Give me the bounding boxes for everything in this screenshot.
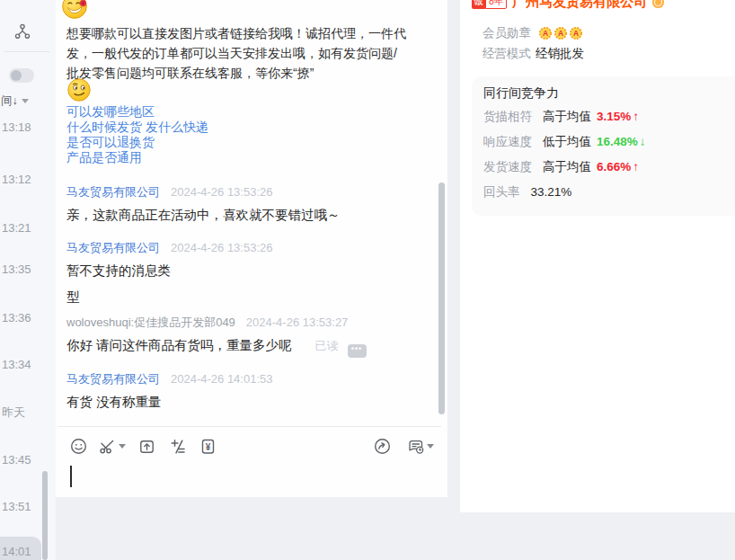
message-sender[interactable]: 马友贸易有限公司 — [66, 185, 160, 199]
svg-text:A: A — [558, 29, 563, 38]
svg-text:¥: ¥ — [206, 442, 211, 452]
metric-label: 发货速度 — [483, 160, 532, 173]
conversation-item[interactable]: 13:21 — [2, 221, 43, 237]
chat-bottom-spacer — [56, 497, 447, 560]
conversation-time: 13:51 — [2, 500, 31, 513]
welcome-line: 发，一般代发的订单都可以当天安排发出哦，如有发货问题/ — [66, 43, 406, 63]
conversation-time: 13:34 — [2, 358, 31, 371]
chat-scrollbar[interactable] — [438, 182, 445, 414]
price-quote-icon[interactable] — [169, 438, 186, 455]
history-caret-icon[interactable] — [427, 444, 434, 449]
business-model-label: 经营模式 — [483, 46, 531, 62]
chat-message: 马友贸易有限公司2024-4-26 14:01:53有货 没有称重量 — [66, 371, 272, 412]
member-medals: A A A — [538, 26, 583, 40]
credit-badge-years: 8年 — [485, 0, 507, 9]
message-line: 暂不支持的消息类 — [66, 261, 272, 280]
quick-question-link[interactable]: 是否可以退换货 — [66, 135, 208, 150]
message-timestamp: 2024-4-26 13:53:27 — [246, 316, 348, 329]
metric-row: 回头率33.21% — [483, 184, 571, 200]
conversation-item[interactable]: 13:34 — [2, 358, 43, 374]
toggle-knob — [11, 70, 22, 81]
sidebar-divider — [4, 51, 50, 52]
metric-row: 响应速度低于均值16.48%↓ — [483, 134, 646, 150]
message-timestamp: 2024-4-26 14:01:53 — [171, 372, 272, 386]
conversation-item[interactable]: 13:35 — [2, 262, 43, 279]
chat-message: woloveshuqi:促佳搜品开发部0492024-4-26 13:53:27… — [66, 315, 367, 358]
message-header: 马友贸易有限公司2024-4-26 13:53:26 — [66, 184, 341, 199]
metric-value: 16.48% — [597, 135, 638, 148]
conversation-time: 14:01 — [2, 545, 31, 558]
metric-label: 响应速度 — [483, 135, 532, 148]
metric-comparison: 高于均值 — [543, 110, 591, 123]
metric-row: 发货速度高于均值6.66%↑ — [483, 159, 639, 175]
notification-toggle[interactable] — [9, 68, 34, 83]
quick-question-link[interactable]: 产品是否通用 — [66, 150, 208, 165]
conversation-item[interactable]: 14:01 — [0, 537, 41, 560]
file-upload-icon[interactable] — [138, 438, 155, 455]
message-text: 型 — [66, 289, 80, 304]
message-sender[interactable]: 马友贸易有限公司 — [66, 241, 160, 254]
screenshot-icon[interactable] — [99, 438, 116, 455]
conversation-time: 13:45 — [2, 453, 31, 467]
emoji-picker-icon[interactable] — [70, 438, 87, 455]
message-input[interactable] — [56, 458, 447, 497]
company-name[interactable]: 广州马友贸易有限公司 — [512, 0, 647, 11]
message-sender[interactable]: woloveshuqi:促佳搜品开发部049 — [66, 316, 235, 329]
rose-smiley-emoji-icon — [61, 0, 88, 21]
message-line: 有货 没有称重量 — [66, 392, 272, 412]
quick-question-link[interactable]: 可以发哪些地区 — [66, 104, 208, 120]
contacts-org-icon[interactable] — [13, 22, 31, 40]
metric-value: 33.21% — [531, 185, 572, 199]
metric-arrow-icon: ↑ — [633, 110, 639, 123]
smirk-smiley-emoji-icon — [67, 78, 91, 102]
seller-header: 诚 8年 广州马友贸易有限公司 — [472, 0, 665, 11]
svg-text:A: A — [543, 29, 548, 38]
screenshot-caret-icon[interactable] — [119, 444, 126, 449]
member-medal-icon: A — [553, 26, 568, 40]
seller-info-panel: 诚 8年 广州马友贸易有限公司 会员勋章 A A A 经营模式 经销批发 — [460, 0, 735, 512]
conversation-time: 13:12 — [2, 173, 31, 186]
chat-history-icon[interactable] — [407, 438, 424, 455]
conversation-item[interactable]: 13:51 — [2, 500, 43, 516]
conversation-time: 13:36 — [2, 311, 31, 324]
member-medal-label: 会员勋章 — [483, 25, 531, 41]
member-medal-icon: A — [538, 26, 553, 40]
sidebar-scrollbar[interactable] — [42, 471, 48, 560]
sort-dropdown[interactable]: 间↓ — [1, 93, 29, 109]
credit-badge: 诚 — [472, 0, 485, 9]
chat-app-window: 间↓ 13:1813:1213:2113:3513:3613:34昨天13:45… — [0, 0, 735, 560]
share-icon[interactable] — [374, 438, 391, 455]
chat-message: 马友贸易有限公司2024-4-26 13:53:26亲，这款商品正在活动中，喜欢… — [66, 184, 341, 225]
message-text: 你好 请问这件商品有货吗，重量多少呢 — [66, 338, 292, 352]
text-cursor — [70, 466, 72, 487]
more-options-icon[interactable]: ••• — [348, 344, 367, 358]
metric-label: 货描相符 — [483, 110, 532, 123]
conversation-sidebar: 间↓ 13:1813:1213:2113:3513:3613:34昨天13:45… — [0, 0, 56, 560]
metric-arrow-icon: ↑ — [633, 160, 639, 173]
welcome-message: 想要哪款可以直接发图片或者链接给我哦！诚招代理，一件代发，一般代发的订单都可以当… — [66, 23, 406, 83]
conversation-time: 13:18 — [2, 120, 31, 134]
member-medal-icon: A — [569, 26, 583, 40]
competitiveness-title: 同行间竞争力 — [483, 85, 559, 102]
payment-icon[interactable]: ¥ — [199, 438, 217, 455]
quick-question-link[interactable]: 什么时候发货 发什么快递 — [66, 120, 208, 135]
metric-value: 6.66% — [597, 160, 631, 173]
message-line: 型 — [66, 287, 272, 307]
conversation-item[interactable]: 13:18 — [2, 120, 43, 137]
conversation-item[interactable]: 13:36 — [2, 311, 43, 327]
message-header: woloveshuqi:促佳搜品开发部0492024-4-26 13:53:27 — [66, 315, 367, 329]
quick-question-links: 可以发哪些地区什么时候发货 发什么快递是否可以退换货产品是否通用 — [66, 104, 208, 165]
conversation-item[interactable]: 昨天 — [2, 404, 43, 421]
message-line: 亲，这款商品正在活动中，喜欢就不要错过哦～ — [66, 205, 341, 225]
metric-arrow-icon: ↓ — [640, 135, 646, 148]
metric-row: 货描相符高于均值3.15%↑ — [483, 109, 639, 125]
input-divider — [58, 426, 441, 427]
business-model-value: 经销批发 — [536, 46, 584, 62]
conversation-item[interactable]: 13:45 — [2, 453, 43, 469]
message-timestamp: 2024-4-26 13:53:26 — [171, 185, 272, 199]
welcome-line: 想要哪款可以直接发图片或者链接给我哦！诚招代理，一件代 — [66, 23, 406, 43]
sort-label: 间↓ — [1, 94, 18, 107]
message-text: 有货 没有称重量 — [66, 395, 162, 409]
conversation-item[interactable]: 13:12 — [2, 173, 43, 189]
message-sender[interactable]: 马友贸易有限公司 — [66, 372, 160, 386]
